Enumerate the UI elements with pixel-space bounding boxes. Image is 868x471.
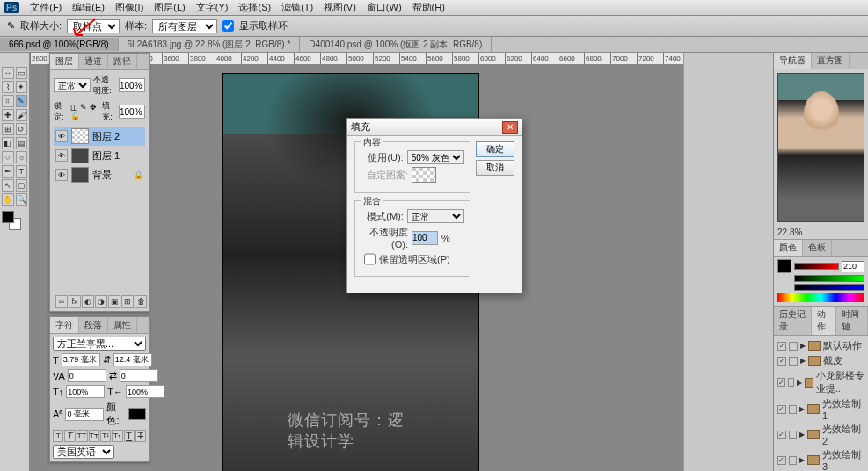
check-icon[interactable]: ✓ xyxy=(777,456,786,465)
move-tool[interactable]: ↔ xyxy=(2,67,14,79)
caps-icon[interactable]: TT xyxy=(77,430,88,442)
cancel-button[interactable]: 取消 xyxy=(476,160,514,176)
g-slider[interactable] xyxy=(794,275,864,282)
color-swatches[interactable] xyxy=(2,211,27,232)
trash-icon[interactable]: 🗑 xyxy=(135,295,147,308)
layer-row[interactable]: 👁 图层 1 xyxy=(54,146,145,165)
text-tool[interactable]: T xyxy=(16,165,28,178)
check-icon[interactable]: ✓ xyxy=(777,342,786,351)
path-tool[interactable]: ↖ xyxy=(2,179,14,192)
sub-icon[interactable]: T₁ xyxy=(112,430,122,442)
expand-icon[interactable]: ▶ xyxy=(799,431,805,438)
color-tab[interactable]: 颜色 xyxy=(774,240,803,256)
action-row[interactable]: ✓▶截皮 xyxy=(777,353,864,368)
super-icon[interactable]: T¹ xyxy=(100,430,111,442)
menu-edit[interactable]: 编辑(E) xyxy=(67,1,110,14)
layers-tab[interactable]: 图层 xyxy=(50,54,79,69)
font-select[interactable]: 方正兰亭黑... xyxy=(53,337,146,351)
strike-icon[interactable]: T xyxy=(135,430,146,442)
expand-icon[interactable]: ▶ xyxy=(799,405,805,413)
menu-view[interactable]: 视图(V) xyxy=(318,1,361,14)
char-tab[interactable]: 字符 xyxy=(50,317,79,333)
kerning-input[interactable] xyxy=(68,369,106,382)
dlg-opacity-input[interactable] xyxy=(412,231,438,245)
history-brush-tool[interactable]: ↺ xyxy=(16,123,28,135)
action-row[interactable]: ✓▶光效绘制2 xyxy=(777,422,864,447)
stamp-tool[interactable]: ⊞ xyxy=(2,123,14,135)
link-layers-icon[interactable]: ∞ xyxy=(55,295,68,308)
bold-icon[interactable]: T xyxy=(53,430,63,442)
opacity-input[interactable] xyxy=(119,78,145,92)
leading-input[interactable] xyxy=(113,353,152,366)
action-row[interactable]: ✓▶小龙影楼专业提... xyxy=(777,368,864,396)
hscale-input[interactable] xyxy=(126,385,164,398)
para-tab[interactable]: 段落 xyxy=(79,317,108,333)
visibility-icon[interactable]: 👁 xyxy=(55,169,68,181)
menu-layer[interactable]: 图层(L) xyxy=(149,1,190,14)
heal-tool[interactable]: ✚ xyxy=(2,109,14,121)
check-icon[interactable]: ✓ xyxy=(777,357,786,366)
dialog-toggle-icon[interactable] xyxy=(789,431,798,439)
eyedropper-tool[interactable]: ✎ xyxy=(16,95,28,107)
marquee-tool[interactable]: ▭ xyxy=(16,67,28,79)
action-row[interactable]: ✓▶光效绘制1 xyxy=(777,396,864,422)
dialog-toggle-icon[interactable] xyxy=(788,378,794,387)
dialog-toggle-icon[interactable] xyxy=(789,405,798,414)
vscale-input[interactable] xyxy=(66,385,105,398)
doc-tab-3[interactable]: D400140.psd @ 100% (抠图 2 副本, RGB/8) xyxy=(300,37,492,53)
lang-select[interactable]: 美国英语 xyxy=(53,445,114,459)
pen-tool[interactable]: ✒ xyxy=(2,165,14,178)
menu-file[interactable]: 文件(F) xyxy=(25,1,67,14)
navigator-tab[interactable]: 导航器 xyxy=(774,53,812,69)
dialog-toggle-icon[interactable] xyxy=(789,456,798,465)
mask-icon[interactable]: ◐ xyxy=(82,295,94,308)
underline-icon[interactable]: T xyxy=(124,430,135,442)
swatches-tab[interactable]: 色板 xyxy=(803,240,832,256)
menu-image[interactable]: 图像(I) xyxy=(110,1,149,14)
r-slider[interactable] xyxy=(794,263,839,270)
check-icon[interactable]: ✓ xyxy=(777,405,786,414)
brush-tool[interactable]: 🖌 xyxy=(16,109,28,121)
menu-filter[interactable]: 滤镜(T) xyxy=(276,1,318,14)
check-icon[interactable]: ✓ xyxy=(777,431,786,439)
timeline-tab[interactable]: 时间轴 xyxy=(836,307,868,335)
dialog-toggle-icon[interactable] xyxy=(789,357,798,366)
menu-text[interactable]: 文字(Y) xyxy=(191,1,234,14)
zoom-tool[interactable]: 🔍 xyxy=(16,193,28,206)
expand-icon[interactable]: ▶ xyxy=(800,357,806,365)
close-icon[interactable]: ✕ xyxy=(502,121,518,134)
hue-bar[interactable] xyxy=(777,293,864,302)
font-size-input[interactable] xyxy=(62,353,100,366)
visibility-icon[interactable]: 👁 xyxy=(55,130,68,142)
visibility-icon[interactable]: 👁 xyxy=(55,149,68,162)
b-slider[interactable] xyxy=(794,284,864,291)
dialog-toggle-icon[interactable] xyxy=(789,342,798,351)
sample-select[interactable]: 所有图层 xyxy=(152,19,217,33)
expand-icon[interactable]: ▶ xyxy=(800,342,806,350)
ok-button[interactable]: 确定 xyxy=(476,141,514,157)
action-row[interactable]: ✓▶默认动作 xyxy=(777,338,864,353)
blend-mode-select[interactable]: 正常 xyxy=(54,78,91,92)
mode-select[interactable]: 正常 xyxy=(407,209,464,223)
props-tab[interactable]: 属性 xyxy=(108,317,137,333)
layer-row[interactable]: 👁 背景 🔒 xyxy=(54,165,145,185)
fg-swatch-icon[interactable] xyxy=(777,259,791,273)
baseline-input[interactable] xyxy=(65,408,104,421)
lock-icons[interactable]: ◫ ✎ ✥ 🔒 xyxy=(70,103,99,120)
paths-tab[interactable]: 路径 xyxy=(108,54,137,69)
preserve-checkbox[interactable] xyxy=(364,252,376,266)
histogram-tab[interactable]: 直方图 xyxy=(812,53,850,69)
shape-tool[interactable]: ▢ xyxy=(16,179,28,192)
menu-select[interactable]: 选择(S) xyxy=(233,1,276,14)
tracking-input[interactable] xyxy=(120,369,158,382)
text-color-swatch[interactable] xyxy=(128,408,147,420)
actions-tab[interactable]: 动作 xyxy=(812,307,836,335)
smallcaps-icon[interactable]: Tᴛ xyxy=(89,430,100,442)
navigator-preview[interactable] xyxy=(777,73,864,222)
doc-tab-1[interactable]: 666.psd @ 100%(RGB/8) xyxy=(0,38,119,51)
eraser-tool[interactable]: ◧ xyxy=(2,137,14,149)
group-icon[interactable]: ▣ xyxy=(108,295,120,308)
blur-tool[interactable]: ○ xyxy=(2,151,14,163)
lasso-tool[interactable]: ⌇ xyxy=(2,81,14,93)
fg-color-icon[interactable] xyxy=(2,211,14,223)
